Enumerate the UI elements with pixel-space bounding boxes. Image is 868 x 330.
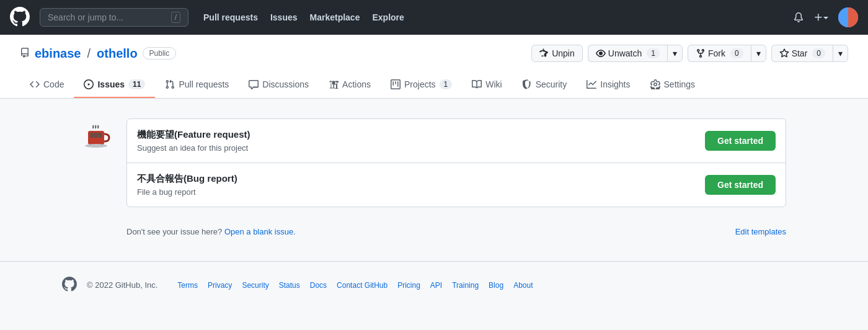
projects-badge: 1 — [440, 79, 453, 89]
repo-actions: Unpin Unwatch 1 ▾ For — [531, 45, 848, 62]
svg-rect-3 — [90, 133, 102, 138]
nav-tab-wiki[interactable]: Wiki — [462, 72, 512, 98]
svg-point-4 — [85, 144, 107, 148]
fork-dropdown-button[interactable]: ▾ — [751, 45, 766, 62]
footer-link-training[interactable]: Training — [452, 281, 479, 290]
nav-tab-security[interactable]: Security — [512, 72, 577, 98]
nav-explore[interactable]: Explore — [367, 7, 409, 27]
feature-request-text: 機能要望(Feature request) Suggest an idea fo… — [137, 129, 695, 153]
repo-header: ebinase / othello Public Unpin Unwatch — [0, 35, 868, 99]
header-actions — [791, 7, 858, 27]
header-nav: Pull requests Issues Marketplace Explore — [198, 7, 781, 27]
watch-count: 1 — [647, 48, 660, 58]
footer-inner: © 2022 GitHub, Inc. Terms Privacy Securi… — [62, 277, 806, 293]
repo-owner-link[interactable]: ebinase — [35, 47, 81, 61]
unwatch-button[interactable]: Unwatch 1 — [588, 45, 667, 62]
avatar[interactable] — [838, 7, 858, 27]
nav-tab-code[interactable]: Code — [20, 72, 74, 98]
feature-request-row: 機能要望(Feature request) Suggest an idea fo… — [127, 119, 786, 163]
plus-button[interactable] — [811, 10, 833, 25]
page-footer: © 2022 GitHub, Inc. Terms Privacy Securi… — [0, 261, 868, 308]
star-button[interactable]: Star 0 — [771, 45, 833, 62]
visibility-badge: Public — [143, 47, 177, 60]
slash-separator: / — [87, 47, 91, 61]
search-input[interactable] — [48, 12, 166, 22]
footer-links: Terms Privacy Security Status Docs Conta… — [177, 281, 533, 290]
bug-report-title: 不具合報告(Bug report) — [137, 173, 695, 185]
nav-pull-requests[interactable]: Pull requests — [198, 7, 263, 27]
feature-request-title: 機能要望(Feature request) — [137, 129, 695, 141]
bug-report-text: 不具合報告(Bug report) File a bug report — [137, 173, 695, 197]
footer-link-about[interactable]: About — [513, 281, 533, 290]
unwatch-button-group: Unwatch 1 ▾ — [588, 45, 683, 62]
star-dropdown-button[interactable]: ▾ — [833, 45, 848, 62]
star-button-group: Star 0 ▾ — [771, 45, 848, 62]
search-box[interactable]: / — [40, 8, 188, 27]
fork-button[interactable]: Fork 0 — [688, 45, 751, 62]
repo-title-row: ebinase / othello Public Unpin Unwatch — [20, 45, 848, 62]
site-header: / Pull requests Issues Marketplace Explo… — [0, 0, 868, 35]
nav-tab-insights[interactable]: Insights — [577, 72, 640, 98]
main-content: 機能要望(Feature request) Suggest an idea fo… — [62, 118, 806, 241]
footer-copyright: © 2022 GitHub, Inc. — [87, 280, 157, 290]
nav-tab-discussions[interactable]: Discussions — [239, 72, 319, 98]
template-icon — [82, 123, 112, 153]
open-blank-issue-link[interactable]: Open a blank issue. — [224, 227, 296, 236]
fork-count: 0 — [730, 48, 743, 58]
footer-link-terms[interactable]: Terms — [177, 281, 198, 290]
fork-button-group: Fork 0 ▾ — [688, 45, 766, 62]
footer-link-contact[interactable]: Contact GitHub — [337, 281, 388, 290]
bug-report-button[interactable]: Get started — [705, 175, 776, 195]
bug-report-desc: File a bug report — [137, 187, 695, 197]
search-shortcut: / — [171, 12, 180, 23]
footer-info: Don't see your issue here? Open a blank … — [126, 222, 786, 241]
nav-tab-pullrequests[interactable]: Pull requests — [155, 72, 239, 98]
unwatch-dropdown-button[interactable]: ▾ — [667, 45, 683, 62]
nav-tab-actions[interactable]: Actions — [319, 72, 381, 98]
star-count: 0 — [812, 48, 825, 58]
edit-templates-link[interactable]: Edit templates — [735, 227, 786, 236]
nav-marketplace[interactable]: Marketplace — [305, 7, 365, 27]
nav-tab-issues[interactable]: Issues 11 — [74, 72, 155, 98]
issues-badge: 11 — [128, 79, 145, 89]
repo-nav: Code Issues 11 Pull requests Discussions… — [20, 72, 848, 98]
feature-request-button[interactable]: Get started — [705, 131, 776, 151]
blank-issue-text: Don't see your issue here? Open a blank … — [126, 227, 296, 236]
footer-link-privacy[interactable]: Privacy — [208, 281, 232, 290]
footer-link-api[interactable]: API — [430, 281, 442, 290]
nav-tab-settings[interactable]: Settings — [640, 72, 706, 98]
footer-link-blog[interactable]: Blog — [489, 281, 503, 290]
repo-title: ebinase / othello Public — [20, 47, 176, 61]
footer-logo-icon — [62, 277, 77, 293]
nav-tab-projects[interactable]: Projects 1 — [381, 72, 462, 98]
footer-link-docs[interactable]: Docs — [310, 281, 327, 290]
repo-name-link[interactable]: othello — [97, 47, 138, 61]
issue-template-box: 機能要望(Feature request) Suggest an idea fo… — [126, 118, 786, 207]
footer-link-status[interactable]: Status — [279, 281, 300, 290]
notifications-button[interactable] — [791, 10, 806, 25]
footer-link-pricing[interactable]: Pricing — [397, 281, 420, 290]
bug-report-row: 不具合報告(Bug report) File a bug report Get … — [127, 163, 786, 207]
feature-request-desc: Suggest an idea for this project — [137, 143, 695, 153]
footer-link-security[interactable]: Security — [242, 281, 268, 290]
github-logo-icon[interactable] — [10, 7, 30, 29]
repo-icon — [20, 47, 30, 61]
nav-issues[interactable]: Issues — [265, 7, 303, 27]
unpin-button[interactable]: Unpin — [531, 45, 583, 62]
